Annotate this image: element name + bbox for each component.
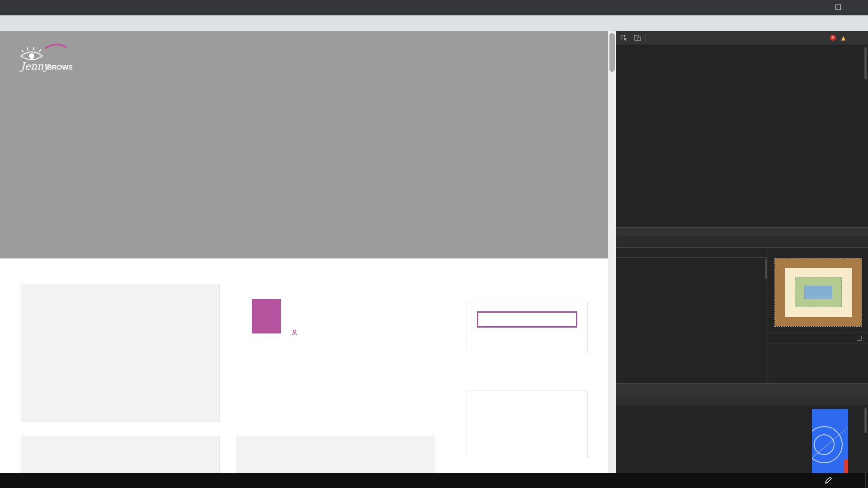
devtools-toolbar: ✕ ▲ (616, 31, 868, 45)
browser-toolbar (0, 15, 868, 31)
devtools-panel: ✕ ▲ (616, 31, 868, 473)
user-icon (292, 329, 297, 335)
back-button[interactable] (5, 17, 18, 29)
box-model-diagram[interactable] (775, 258, 862, 326)
blog-post-card (236, 284, 434, 428)
post-byline (292, 328, 302, 336)
box-model-padding (795, 277, 842, 307)
article-placeholder-image[interactable] (21, 284, 220, 422)
maximize-icon (835, 5, 841, 10)
devtools-menu-icon[interactable] (851, 35, 856, 41)
logo-script-text: Jenny (19, 61, 51, 72)
browser-tabstrip (0, 0, 868, 15)
screen: Jenny BROWS (0, 0, 868, 488)
inspect-element-icon[interactable] (618, 33, 630, 43)
box-model-border (785, 268, 852, 317)
dom-tree (616, 45, 868, 227)
window-close-button[interactable] (848, 0, 868, 14)
window-maximize-button[interactable] (828, 0, 848, 14)
drawer-tabbar (616, 384, 868, 395)
sidebar-booking-box (467, 301, 588, 353)
post-actions[interactable] (418, 327, 422, 336)
show-all-checkbox[interactable] (857, 336, 862, 341)
error-badge-icon[interactable]: ✕ (830, 35, 836, 41)
site-logo[interactable]: Jenny BROWS (18, 41, 72, 74)
toolbar-separator (645, 34, 646, 42)
browser-menu-icon[interactable] (852, 17, 865, 29)
reload-button[interactable] (39, 17, 52, 29)
dom-tree-scrollbar-thumb[interactable] (864, 47, 867, 80)
post-date-badge (252, 299, 281, 333)
more-tabs-icon[interactable] (647, 35, 657, 41)
drawer-scrollbar-thumb[interactable] (864, 408, 867, 433)
book-appointment-button[interactable] (477, 311, 577, 328)
logo-caps-text: BROWS (47, 63, 72, 71)
box-model-content (804, 286, 832, 299)
page-scrollbar[interactable] (608, 31, 616, 473)
page-scrollbar-thumb[interactable] (609, 33, 615, 72)
devtools-close-icon[interactable] (859, 35, 864, 41)
computed-filter-row (768, 333, 868, 343)
sidebar-categories-box (467, 390, 588, 458)
window-minimize-button[interactable] (808, 0, 828, 14)
styles-filter-row (616, 248, 768, 258)
css-rules-list (616, 258, 768, 383)
bookmark-star-icon[interactable] (762, 17, 776, 29)
devtools-drawer (616, 383, 868, 474)
windows-ink-pen-icon[interactable] (824, 476, 834, 486)
show-desktop-button[interactable] (865, 473, 868, 488)
forward-button[interactable] (22, 17, 35, 29)
article-placeholder-image[interactable] (236, 436, 434, 473)
styles-tabbar (616, 235, 868, 248)
device-toolbar-icon[interactable] (632, 33, 643, 43)
styles-scrollbar-thumb[interactable] (765, 259, 767, 279)
article-placeholder-image[interactable] (21, 436, 220, 473)
devtools-badges: ✕ ▲ (830, 35, 868, 41)
warning-badge-icon[interactable]: ▲ (841, 35, 845, 41)
hero-section (0, 31, 616, 258)
new-tab-button[interactable] (656, 2, 668, 14)
dom-breadcrumbs (616, 227, 868, 236)
windows-taskbar (0, 473, 868, 488)
computed-pane (768, 248, 868, 383)
web-page: Jenny BROWS (0, 31, 616, 473)
whats-new-header (616, 395, 868, 405)
